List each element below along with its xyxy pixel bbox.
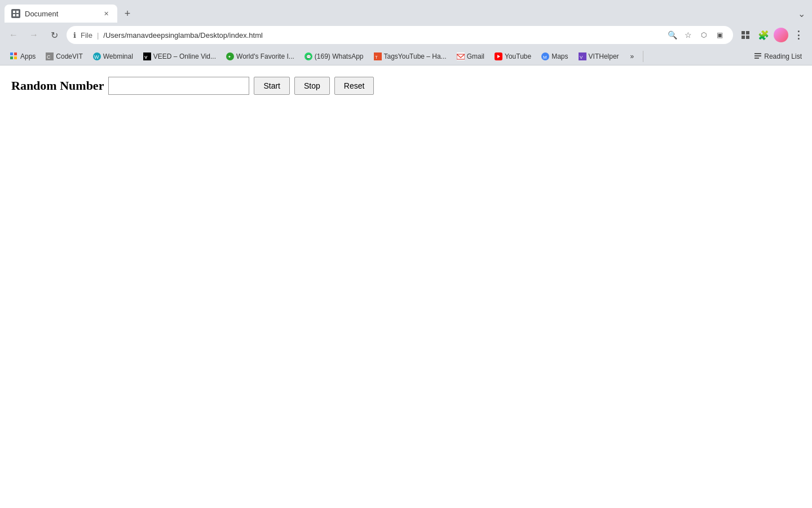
bookmark-gmail-label: Gmail bbox=[467, 52, 484, 60]
new-tab-button[interactable]: + bbox=[120, 6, 135, 21]
bookmark-apps-label: Apps bbox=[20, 52, 36, 60]
bookmark-codevit[interactable]: C CodeVIT bbox=[41, 51, 87, 62]
bookmark-whatsapp-label: (169) WhatsApp bbox=[315, 52, 364, 60]
bookmark-worlds-label: World's Favorite I... bbox=[236, 52, 294, 60]
bookmark-tags[interactable]: T TagsYouTube – Ha... bbox=[369, 51, 451, 62]
bookmark-vit[interactable]: V VITHelper bbox=[574, 51, 624, 62]
tab-title: Document bbox=[25, 10, 97, 18]
search-icon[interactable]: 🔍 bbox=[665, 28, 679, 42]
svg-rect-32 bbox=[754, 53, 761, 54]
bookmark-maps[interactable]: M Maps bbox=[537, 51, 572, 62]
svg-text:C: C bbox=[47, 54, 51, 60]
back-button[interactable]: ← bbox=[6, 27, 21, 43]
reset-button[interactable]: Reset bbox=[334, 77, 374, 95]
svg-text:M: M bbox=[543, 55, 547, 60]
bookmark-overflow-button[interactable]: » bbox=[626, 51, 639, 62]
address-url: /Users/manavdeepsinglamba/Desktop/index.… bbox=[103, 31, 263, 40]
address-scheme: File bbox=[81, 31, 92, 40]
browser-chrome: Document ✕ + ⌄ ← → ↻ ℹ File | /Users/man… bbox=[0, 0, 812, 65]
cast-icon[interactable]: ⬡ bbox=[697, 28, 710, 42]
bookmark-webminal-label: Webminal bbox=[103, 52, 133, 60]
reload-button[interactable]: ↻ bbox=[46, 27, 62, 43]
bookmarks-divider bbox=[643, 51, 643, 62]
bookmark-worlds[interactable]: ✦ World's Favorite I... bbox=[222, 51, 299, 62]
bookmark-webminal[interactable]: W Webminal bbox=[89, 51, 138, 62]
bookmark-vit-label: VITHelper bbox=[589, 52, 619, 60]
forward-button[interactable]: → bbox=[26, 27, 42, 43]
bookmark-tags-label: TagsYouTube – Ha... bbox=[384, 52, 447, 60]
tab-bar: Document ✕ + ⌄ bbox=[0, 0, 812, 23]
tab-bar-right: ⌄ bbox=[796, 6, 807, 21]
bookmark-maps-label: Maps bbox=[551, 52, 568, 60]
active-tab[interactable]: Document ✕ bbox=[5, 5, 117, 23]
svg-text:V: V bbox=[580, 55, 583, 60]
address-separator: | bbox=[97, 31, 99, 40]
page-content: Random Number Start Stop Reset bbox=[0, 65, 812, 508]
svg-rect-1 bbox=[16, 11, 19, 13]
bookmark-apps[interactable]: Apps bbox=[6, 51, 40, 62]
svg-rect-8 bbox=[10, 52, 13, 55]
svg-rect-2 bbox=[13, 14, 15, 16]
info-icon: ℹ bbox=[73, 31, 76, 40]
toolbar-actions: 🧩 ⋮ bbox=[738, 27, 806, 43]
svg-rect-33 bbox=[754, 55, 761, 56]
svg-rect-11 bbox=[14, 56, 17, 59]
extensions-icon[interactable]: 🧩 bbox=[756, 27, 771, 43]
overflow-icon: » bbox=[630, 52, 634, 60]
svg-text:T: T bbox=[375, 55, 378, 60]
minimize-button[interactable]: ⌄ bbox=[796, 6, 807, 21]
svg-rect-34 bbox=[754, 58, 759, 59]
svg-rect-7 bbox=[746, 36, 749, 39]
bookmark-gmail[interactable]: Gmail bbox=[452, 51, 489, 62]
number-input[interactable] bbox=[108, 77, 249, 95]
stop-button[interactable]: Stop bbox=[294, 77, 330, 95]
tab-close-button[interactable]: ✕ bbox=[102, 9, 111, 18]
address-bar-row: ← → ↻ ℹ File | /Users/manavdeepsinglamba… bbox=[0, 23, 812, 47]
svg-rect-6 bbox=[742, 36, 745, 39]
svg-text:✦: ✦ bbox=[228, 55, 231, 59]
bookmark-whatsapp[interactable]: 💬 (169) WhatsApp bbox=[300, 51, 368, 62]
svg-text:V: V bbox=[144, 55, 148, 60]
bookmark-codevit-label: CodeVIT bbox=[56, 52, 82, 60]
bookmark-veed[interactable]: V VEED – Online Vid... bbox=[139, 51, 220, 62]
tab-favicon bbox=[11, 9, 20, 18]
bookmark-star-icon[interactable]: ☆ bbox=[681, 28, 695, 42]
menu-icon[interactable]: ⋮ bbox=[791, 27, 806, 43]
random-number-section: Random Number Start Stop Reset bbox=[11, 77, 801, 95]
grid-icon[interactable] bbox=[738, 27, 753, 43]
svg-rect-9 bbox=[14, 52, 17, 55]
reading-list-button[interactable]: Reading List bbox=[749, 51, 806, 62]
bookmarks-bar: Apps C CodeVIT W Webminal V VEED – Onlin… bbox=[0, 47, 812, 65]
svg-rect-4 bbox=[742, 31, 745, 34]
bookmark-veed-label: VEED – Online Vid... bbox=[153, 52, 216, 60]
reading-list-label: Reading List bbox=[764, 52, 802, 60]
start-button[interactable]: Start bbox=[254, 77, 290, 95]
svg-rect-10 bbox=[10, 56, 13, 59]
bookmark-youtube[interactable]: YouTube bbox=[490, 51, 536, 62]
svg-rect-3 bbox=[16, 14, 19, 16]
svg-rect-5 bbox=[746, 31, 749, 34]
screenshot-icon[interactable]: ▣ bbox=[713, 28, 726, 42]
svg-text:💬: 💬 bbox=[306, 54, 311, 59]
page-title: Random Number bbox=[11, 78, 104, 93]
profile-avatar[interactable] bbox=[774, 28, 788, 42]
address-bar-actions: 🔍 ☆ ⬡ ▣ bbox=[665, 28, 726, 42]
svg-text:W: W bbox=[94, 54, 99, 60]
address-bar[interactable]: ℹ File | /Users/manavdeepsinglamba/Deskt… bbox=[67, 26, 733, 44]
bookmark-youtube-label: YouTube bbox=[505, 52, 531, 60]
svg-rect-0 bbox=[13, 11, 15, 13]
